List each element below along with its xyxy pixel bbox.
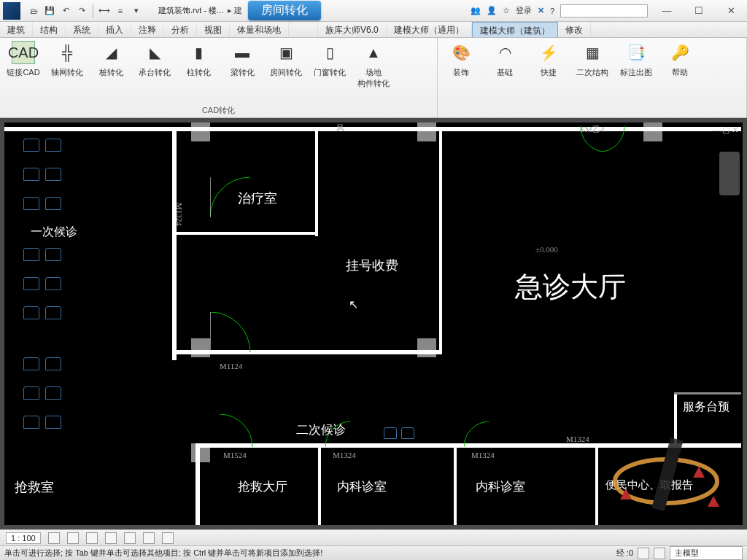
grid-convert-button[interactable]: ╬轴网转化 bbox=[48, 41, 86, 78]
align-icon[interactable]: ≡ bbox=[113, 4, 128, 18]
tab-massing[interactable]: 体量和场地 bbox=[230, 22, 289, 37]
elevation-marker: ±0.000 bbox=[535, 245, 558, 254]
workset-icon[interactable] bbox=[638, 548, 649, 559]
crop-icon[interactable] bbox=[124, 532, 136, 544]
visual-style-icon[interactable] bbox=[67, 532, 79, 544]
ribbon-group-label: CAD转化 bbox=[4, 104, 433, 116]
decoration-button[interactable]: 🎨装饰 bbox=[442, 41, 480, 78]
navigation-bar[interactable] bbox=[719, 152, 740, 195]
annotation-export-button[interactable]: 📑标注出图 bbox=[617, 41, 655, 78]
tab-insert[interactable]: 插入 bbox=[98, 22, 131, 37]
sun-path-icon[interactable] bbox=[86, 532, 98, 544]
star-icon[interactable]: ☆ bbox=[503, 6, 510, 15]
tab-view[interactable]: 视图 bbox=[197, 22, 230, 37]
keyboard-hint: ▸ 建 bbox=[228, 5, 242, 16]
svg-marker-5 bbox=[708, 496, 719, 507]
tab-systems[interactable]: 系统 bbox=[66, 22, 98, 37]
reveal-icon[interactable] bbox=[162, 532, 174, 544]
secondary-structure-button[interactable]: ▦二次结构 bbox=[573, 41, 611, 78]
tab-structure[interactable]: 结构 bbox=[33, 22, 66, 37]
door-tag: FM乙4 bbox=[581, 124, 604, 135]
drawing-canvas[interactable]: 一次候诊 治疗室 挂号收费 急诊大厅 二次候诊 抢救室 抢救大厅 内科诊室 内科… bbox=[4, 122, 743, 525]
pile-convert-button[interactable]: ◢桩转化 bbox=[92, 41, 130, 78]
room-label: 治疗室 bbox=[238, 190, 277, 207]
column-convert-button[interactable]: ▮柱转化 bbox=[179, 41, 217, 78]
room-label: 服务台预 bbox=[683, 400, 729, 415]
svg-rect-6 bbox=[651, 438, 683, 511]
document-title: 建筑装饰.rvt - 楼... bbox=[158, 5, 223, 16]
tab-model-master-general[interactable]: 建模大师（通用） bbox=[387, 22, 472, 37]
search-input[interactable] bbox=[560, 4, 648, 18]
exchange-icon[interactable]: ✕ bbox=[538, 6, 544, 15]
save-icon[interactable]: 💾 bbox=[42, 4, 57, 18]
watermark-logo bbox=[604, 430, 728, 518]
ribbon-tabs: 建筑 结构 系统 插入 注释 分析 视图 体量和场地 族库大师V6.0 建模大师… bbox=[0, 22, 747, 38]
help-icon[interactable]: ? bbox=[550, 7, 554, 15]
user-icon[interactable]: 👤 bbox=[487, 6, 497, 15]
view-control-bar: 1 : 100 bbox=[0, 529, 747, 545]
ribbon-panel: CAD链接CAD ╬轴网转化 ◢桩转化 ◣承台转化 ▮柱转化 ▬梁转化 ▣房间转… bbox=[0, 38, 747, 118]
room-label: 抢救大厅 bbox=[238, 478, 287, 495]
dropdown-icon[interactable]: ▾ bbox=[129, 4, 144, 18]
maximize-button[interactable]: ☐ bbox=[686, 4, 712, 18]
people-icon[interactable]: 👥 bbox=[471, 6, 481, 15]
view-window-controls[interactable]: — ▢ ✕ bbox=[712, 125, 738, 135]
close-button[interactable]: ✕ bbox=[718, 4, 744, 18]
quick-button[interactable]: ⚡快捷 bbox=[530, 41, 568, 78]
tab-model-master-arch[interactable]: 建模大师（建筑） bbox=[472, 22, 558, 37]
tab-family-master[interactable]: 族库大师V6.0 bbox=[318, 22, 387, 37]
measure-icon[interactable]: ⟷ bbox=[97, 4, 112, 18]
link-cad-button[interactable]: CAD链接CAD bbox=[4, 41, 42, 78]
room-label: 急诊大厅 bbox=[515, 268, 626, 306]
door-tag: M1324 bbox=[333, 451, 356, 459]
tab-analyze[interactable]: 分析 bbox=[164, 22, 197, 37]
beam-convert-button[interactable]: ▬梁转化 bbox=[223, 41, 261, 78]
tab-architecture[interactable]: 建筑 bbox=[0, 22, 33, 37]
cursor-icon: ↖ bbox=[349, 298, 358, 311]
door-tag: M1324 bbox=[566, 435, 589, 443]
redo-icon[interactable]: ↷ bbox=[74, 4, 89, 18]
hide-icon[interactable] bbox=[143, 532, 155, 544]
open-icon[interactable]: 🗁 bbox=[26, 4, 41, 18]
room-label: 内科诊室 bbox=[337, 478, 387, 495]
model-selector[interactable]: 主模型 bbox=[670, 546, 743, 560]
room-label: 内科诊室 bbox=[476, 478, 525, 495]
design-options-icon[interactable] bbox=[654, 548, 665, 559]
undo-icon[interactable]: ↶ bbox=[58, 4, 73, 18]
door-window-convert-button[interactable]: ▯门窗转化 bbox=[311, 41, 349, 78]
door-tag: M1524 bbox=[223, 451, 247, 459]
login-link[interactable]: 登录 bbox=[516, 5, 532, 16]
room-label: 抢救室 bbox=[15, 478, 54, 496]
door-tag: 风 bbox=[336, 122, 344, 133]
room-label: 二次候诊 bbox=[296, 421, 346, 438]
status-bar: 单击可进行选择; 按 Tab 键并单击可选择其他项目; 按 Ctrl 键并单击可… bbox=[0, 545, 747, 560]
status-hint: 单击可进行选择; 按 Tab 键并单击可选择其他项目; 按 Ctrl 键并单击可… bbox=[4, 548, 322, 559]
site-convert-button[interactable]: ▲场地 构件转化 bbox=[355, 41, 392, 89]
tab-annotate[interactable]: 注释 bbox=[131, 22, 164, 37]
room-convert-button[interactable]: ▣房间转化 bbox=[267, 41, 305, 78]
title-bar: 🗁 💾 ↶ ↷ ⟷ ≡ ▾ 建筑装饰.rvt - 楼... ▸ 建 房间转化 👥… bbox=[0, 0, 747, 22]
quick-access-toolbar: 🗁 💾 ↶ ↷ ⟷ ≡ ▾ bbox=[26, 4, 144, 18]
door-tag: M1124 bbox=[220, 362, 242, 370]
door-tag: M1324 bbox=[175, 203, 184, 226]
viewport-container: 一次候诊 治疗室 挂号收费 急诊大厅 二次候诊 抢救室 抢救大厅 内科诊室 内科… bbox=[0, 118, 747, 529]
room-label: 一次候诊 bbox=[31, 225, 77, 240]
tab-modify[interactable]: 修改 bbox=[558, 22, 591, 37]
feature-highlight: 房间转化 bbox=[248, 1, 321, 20]
coord-readout: 经 :0 bbox=[616, 548, 633, 559]
door-tag: M1324 bbox=[471, 451, 495, 459]
tab-gap bbox=[289, 22, 318, 37]
room-label: 挂号收费 bbox=[346, 257, 398, 274]
detail-level-icon[interactable] bbox=[48, 532, 60, 544]
help-button[interactable]: 🔑帮助 bbox=[661, 41, 699, 78]
foundation-button[interactable]: ◠基础 bbox=[486, 41, 524, 78]
app-logo bbox=[3, 2, 20, 20]
shadows-icon[interactable] bbox=[105, 532, 117, 544]
cap-convert-button[interactable]: ◣承台转化 bbox=[136, 41, 174, 78]
minimize-button[interactable]: — bbox=[654, 4, 680, 18]
scale-display[interactable]: 1 : 100 bbox=[6, 532, 41, 544]
